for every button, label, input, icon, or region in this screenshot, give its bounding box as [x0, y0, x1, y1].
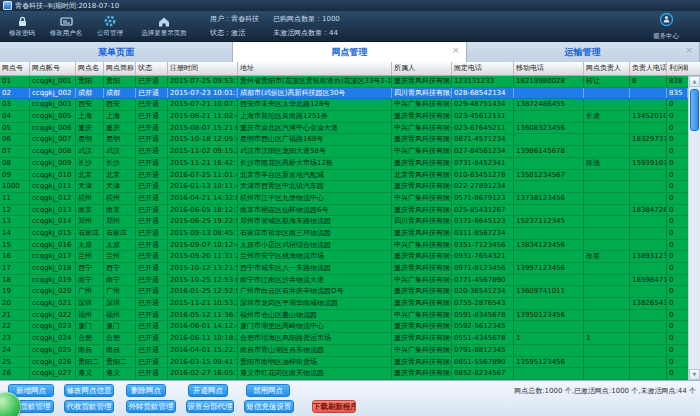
table-cell: 已开通 [136, 205, 168, 216]
transfer-payment-management-button[interactable]: 外转货款管理 [126, 400, 176, 413]
edit-network-point-button[interactable]: 修改网点信息 [64, 384, 114, 397]
table-row[interactable]: 01ccqgkj_001贵阳贵阳已开通2015-07-25 09:53:10贵州… [0, 76, 688, 88]
column-header[interactable]: 网点名 [76, 62, 104, 75]
table-row[interactable]: 09ccqgkj_010北京北京已开通2016-07-25 11:01:49北京… [0, 170, 688, 182]
app-icon [3, 1, 12, 10]
table-row[interactable]: 04ccqgkj_005上海上海已开通2015-08-21 11:02:41上海… [0, 111, 688, 123]
table-row[interactable]: 02ccqgkj_002成都成都已开通2015-07-23 10:01:35成都… [0, 88, 688, 100]
table-row[interactable]: 21ccqgkj_022福州福州已开通2016-05-12 11:36:15福州… [0, 310, 688, 322]
select-display-page-button[interactable]: 选择要显示页面 [132, 11, 196, 41]
table-cell: 14 [0, 228, 30, 239]
table-row[interactable]: 03ccqgkj_003西安西安已开通2015-07-21 10:07:15西安… [0, 99, 688, 111]
table-row[interactable]: 12ccqgkj_013南京南京已开通2016-06-05 18:12:33南京… [0, 205, 688, 217]
column-header[interactable]: 网点简称 [104, 62, 136, 75]
column-header[interactable]: 地址 [238, 62, 392, 75]
table-row[interactable]: 18ccqgkj_019南宁南宁已开通2015-10-25 12:53:09南宁… [0, 275, 688, 287]
table-row[interactable]: 19ccqgkj_020广州广州已开通2016-01-25 12:52:53广州… [0, 286, 688, 298]
table-cell: ccqgkj_014 [30, 216, 76, 227]
tab-transport-management[interactable]: 运输管理 [467, 42, 700, 62]
table-cell: 福州市仓山区盖山物流园 [238, 310, 392, 321]
table-cell: 上海 [104, 111, 136, 122]
table-row[interactable]: 1000ccqgkj_011天津天津已开通2016-01-13 10:11:47… [0, 181, 688, 193]
table-row[interactable]: 22ccqgkj_023厦门厦门已开通2016-06-01 14:12:42厦门… [0, 321, 688, 333]
table-cell [630, 263, 667, 274]
table-cell: 1 [584, 333, 630, 344]
table-cell: 0 [667, 228, 688, 239]
table-cell: 已开通 [136, 298, 168, 309]
table-cell [630, 170, 667, 181]
change-username-button[interactable]: 修改用户名 [44, 11, 88, 41]
table-cell: 已开通 [136, 216, 168, 227]
table-row[interactable]: 20ccqgkj_021深圳深圳已开通2015-11-21 10:53:21深圳… [0, 298, 688, 310]
table-cell: 17 [0, 263, 30, 274]
open-network-point-button[interactable]: 开通网点 [188, 384, 228, 397]
user-label: 用户：青春科技 [210, 14, 259, 24]
table-row[interactable]: 13ccqgkj_014郑州郑州已开通2015-06-25 19:22:51郑州… [0, 216, 688, 228]
column-header[interactable]: 负责人电话 [630, 62, 667, 75]
column-header[interactable]: 网点号 [0, 62, 30, 75]
table-cell: 0591-8345678 [452, 310, 514, 321]
column-header[interactable]: 网点负责人 [584, 62, 630, 75]
table-row[interactable]: 26ccqgkj_027遵义遵义已开通2016-02-27 16:05:12遵义… [0, 368, 688, 380]
table-row[interactable]: 24ccqgkj_025南昌南昌已开通2016-04-01 15:22:18南昌… [0, 345, 688, 357]
company-management-button[interactable]: 公司管理 [88, 11, 132, 41]
scrollbar-thumb[interactable] [690, 89, 699, 131]
network-points-table: 网点号网点帐号网点名网点简称状态注册时间地址所属人固定电话移动电话网点负责人负责… [0, 62, 700, 380]
column-header[interactable]: 所属人 [392, 62, 452, 75]
column-header[interactable]: 状态 [136, 62, 168, 75]
table-row[interactable]: 06ccqgkj_007昆明昆明已开通2015-10-18 12:05:41昆明… [0, 134, 688, 146]
delete-network-point-button[interactable]: 删除网点 [126, 384, 166, 397]
cod-management-button[interactable]: 代收货款管理 [64, 400, 114, 413]
table-row[interactable]: 17ccqgkj_018西宁西宁已开通2015-10-12 13:21:54西宁… [0, 263, 688, 275]
tab-close-icon[interactable] [685, 46, 693, 55]
purchased-count-label: 已购网点数量：1000 [273, 14, 340, 24]
tab-menu-page[interactable]: 菜单页面 [0, 42, 233, 62]
set-branch-agent-button[interactable]: 设置分部代理 [186, 400, 234, 413]
table-cell: 中兴广集科技有限公司 [392, 275, 452, 286]
service-center-button[interactable]: 服务中心 [640, 11, 692, 41]
table-row[interactable]: 15ccqgkj_016太原太原已开通2015-09-07 10:12:45太原… [0, 240, 688, 252]
table-row[interactable]: 14ccqgkj_015石家庄石家庄已开通2015-09-13 08:45:12… [0, 228, 688, 240]
download-refresher-button[interactable]: 下载刷新程序 [312, 400, 356, 413]
scroll-up-icon[interactable] [689, 76, 700, 87]
table-cell: ccqgkj_006 [30, 123, 76, 134]
table-row[interactable]: 05ccqgkj_006重庆重庆已开通2015-08-07 15:21:08重庆… [0, 123, 688, 135]
table-cell [584, 275, 630, 286]
table-cell: 8 [630, 76, 667, 87]
table-cell: 广州 [76, 286, 104, 297]
table-cell: 13893123456 [630, 251, 667, 262]
scroll-down-icon[interactable] [689, 369, 700, 380]
table-cell: 18 [0, 275, 30, 286]
column-header[interactable]: 注册时间 [168, 62, 238, 75]
table-cell: 023-67645211 [452, 123, 514, 134]
table-row[interactable]: 11ccqgkj_012杭州杭州已开通2016-04-21 14:32:05杭州… [0, 193, 688, 205]
tab-network-management[interactable]: 网点管理 [233, 42, 466, 62]
table-cell: 已开通 [136, 368, 168, 379]
table-cell: 2016-03-15 09:41:33 [168, 357, 238, 368]
change-password-button[interactable]: 修改密码 [0, 11, 44, 41]
action-panel: 新增网点 修改网点信息 删除网点 开通网点 禁用网点 回单货款管理 代收货款管理… [0, 380, 700, 416]
table-row[interactable]: 23ccqgkj_024合肥合肥已开通2016-06-11 10:18:22合肥… [0, 333, 688, 345]
column-header[interactable]: 网点帐号 [30, 62, 76, 75]
table-cell [514, 88, 584, 99]
table-cell: 26 [0, 368, 30, 379]
table-cell [630, 240, 667, 251]
column-header[interactable]: 固定电话 [452, 62, 514, 75]
table-cell: 郑州市管城区航海东路物流园 [238, 216, 392, 227]
table-row[interactable]: 07ccqgkj_008武汉武汉已开通2015-11-02 09:15:23武汉… [0, 146, 688, 158]
table-row[interactable]: 16ccqgkj_017兰州兰州已开通2015-09-20 11:31:27兰州… [0, 251, 688, 263]
table-cell: 2015-10-12 13:21:54 [168, 263, 238, 274]
tab-close-icon[interactable] [452, 46, 460, 55]
disable-network-point-button[interactable]: 禁用网点 [246, 384, 290, 397]
table-cell: 18598471070 [630, 275, 667, 286]
table-cell: 0371-6645123 [452, 216, 514, 227]
column-header[interactable]: 移动电话 [514, 62, 584, 75]
vertical-scrollbar[interactable] [688, 76, 700, 380]
table-cell: 已开通 [136, 263, 168, 274]
tab-label: 菜单页面 [98, 46, 134, 59]
table-cell: 上海市普陀区真南路1251弄 [238, 111, 392, 122]
table-row[interactable]: 08ccqgkj_009长沙长沙已开通2015-11-21 16:42:18长沙… [0, 158, 688, 170]
sms-recharge-settings-button[interactable]: 短信充值设置 [244, 400, 294, 413]
table-row[interactable]: 25ccqgkj_026贵阳二贵阳二已开通2016-03-15 09:41:33… [0, 357, 688, 369]
column-header[interactable]: 利润额 [667, 62, 688, 75]
